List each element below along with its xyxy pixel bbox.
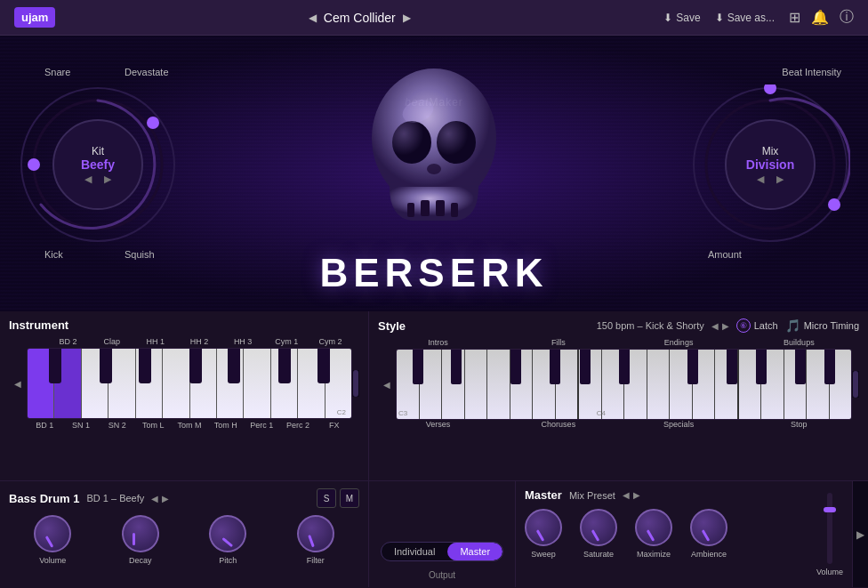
sk18[interactable]: [784, 350, 808, 419]
pitch-knob[interactable]: [204, 510, 252, 558]
instrument-panel: Instrument ◀ BD 2 Clap HH 1 HH 2 HH 3 Cy…: [0, 311, 369, 480]
ambience-knob[interactable]: [690, 509, 727, 546]
label-toml: Tom L: [135, 421, 172, 430]
kit-knob[interactable]: Kit Beefy ◀ ▶: [18, 85, 178, 245]
volume-slider-area: Volume: [816, 481, 843, 587]
white-key-11[interactable]: [298, 349, 325, 418]
mix-prev-button[interactable]: ◀: [757, 173, 764, 185]
volume-slider-track[interactable]: [827, 493, 832, 564]
instrument-keyboard[interactable]: C2: [27, 348, 352, 419]
sk7[interactable]: [533, 350, 556, 419]
bd-next-button[interactable]: ▶: [162, 494, 169, 503]
scrollbar-thumb: [353, 370, 358, 397]
style-keyboard[interactable]: C3 C4: [396, 349, 852, 420]
expand-icon[interactable]: ⊞: [789, 9, 800, 26]
micro-timing-icon: 🎵: [785, 318, 800, 333]
bd-prev-button[interactable]: ◀: [151, 494, 158, 503]
maximize-knob[interactable]: [635, 509, 672, 546]
volume-knob[interactable]: [34, 515, 71, 552]
instrument-top-labels: BD 2 Clap HH 1 HH 2 HH 3 Cym 1 Cym 2: [27, 337, 352, 346]
kit-next-button[interactable]: ▶: [104, 173, 111, 185]
pitch-knob-label: Pitch: [219, 556, 237, 565]
style-next-button[interactable]: ▶: [722, 321, 729, 331]
white-key-9[interactable]: [244, 349, 270, 418]
volume-knob-label: Volume: [39, 556, 66, 565]
individual-button[interactable]: Individual: [382, 543, 447, 560]
white-key-5[interactable]: [136, 349, 163, 418]
white-key-8[interactable]: [217, 349, 244, 418]
style-white-keys: [397, 350, 851, 419]
bass-drum-panel: Bass Drum 1 BD 1 – Beefy ◀ ▶ S M Volume: [0, 481, 369, 587]
preset-name: Cem Collider: [324, 11, 396, 25]
mix-next-button[interactable]: ▶: [776, 173, 784, 185]
volume-slider-thumb[interactable]: [824, 507, 836, 512]
piano-scroll-left[interactable]: ◀: [9, 379, 27, 389]
snare-label: Snare: [44, 67, 70, 77]
preset-prev-button[interactable]: ◀: [309, 12, 317, 24]
master-button[interactable]: Master: [447, 543, 502, 560]
label-sn2: SN 2: [99, 421, 135, 430]
style-scrollbar[interactable]: [852, 371, 859, 398]
decay-knob[interactable]: [115, 508, 165, 559]
sk4[interactable]: [465, 350, 488, 419]
bottom-controls: Bass Drum 1 BD 1 – Beefy ◀ ▶ S M Volume: [0, 480, 868, 587]
sk6[interactable]: [510, 350, 534, 419]
sk2[interactable]: [420, 350, 443, 419]
white-key-10[interactable]: [271, 349, 298, 418]
instrument-piano-container: ◀ BD 2 Clap HH 1 HH 2 HH 3 Cym 1 Cym 2: [9, 337, 359, 430]
sk19[interactable]: [807, 350, 830, 419]
latch-button[interactable]: ⑥ Latch: [736, 318, 778, 333]
bass-drum-nav: ◀ ▶: [151, 494, 169, 503]
sk12[interactable]: [647, 350, 671, 419]
knob-pitch: Pitch: [209, 515, 246, 565]
info-icon[interactable]: ⓘ: [840, 8, 854, 27]
collapse-panel[interactable]: ▶: [852, 481, 868, 587]
white-keys-row: [28, 349, 351, 418]
style-piano-container: ◀: [378, 349, 859, 420]
m-button[interactable]: M: [340, 488, 359, 508]
master-prev-button[interactable]: ◀: [623, 490, 630, 500]
top-bar-center: ◀ Cem Collider ▶: [309, 11, 411, 25]
latch-circle: ⑥: [736, 318, 751, 333]
kick-label: Kick: [44, 249, 63, 260]
sk15[interactable]: [715, 350, 739, 419]
white-key-7[interactable]: [190, 349, 217, 418]
sk13[interactable]: [670, 350, 693, 419]
sk17[interactable]: [761, 350, 784, 419]
skull-svg: [354, 62, 514, 258]
sweep-knob[interactable]: [525, 509, 562, 546]
save-button[interactable]: ⬇ Save: [663, 12, 700, 24]
bell-icon[interactable]: 🔔: [811, 9, 829, 26]
saturate-knob[interactable]: [580, 509, 617, 546]
bd-knobs-row: Volume Decay Pitch Filter: [9, 515, 359, 565]
style-scroll-left[interactable]: ◀: [378, 380, 396, 390]
instrument-scrollbar[interactable]: [352, 370, 359, 397]
sk14[interactable]: [693, 350, 716, 419]
label-perc2: Perc 2: [280, 421, 317, 430]
save-as-button[interactable]: ⬇ Save as...: [715, 12, 775, 24]
white-key-3[interactable]: [82, 349, 108, 418]
master-next-button[interactable]: ▶: [633, 490, 640, 500]
sk3[interactable]: [442, 350, 465, 419]
mix-knob[interactable]: Mix Division ◀ ▶: [690, 85, 850, 245]
kit-prev-button[interactable]: ◀: [84, 173, 92, 185]
s-button[interactable]: S: [317, 488, 336, 508]
section-verses: Verses: [378, 420, 498, 429]
label-fx: FX: [316, 421, 352, 430]
collapse-arrow-icon: ▶: [856, 528, 864, 541]
sk5[interactable]: [487, 350, 510, 419]
sk20[interactable]: [830, 350, 852, 419]
style-prev-button[interactable]: ◀: [711, 321, 719, 331]
sk8[interactable]: [556, 350, 580, 419]
sk16[interactable]: [739, 350, 762, 419]
sk11[interactable]: [624, 350, 647, 419]
micro-timing-button[interactable]: 🎵 Micro Timing: [785, 318, 859, 333]
white-key-2[interactable]: [54, 349, 81, 418]
white-key-6[interactable]: [163, 349, 189, 418]
white-key-4[interactable]: [108, 349, 135, 418]
filter-knob[interactable]: [293, 512, 337, 556]
ujam-logo: ujam: [14, 7, 55, 28]
preset-next-button[interactable]: ▶: [403, 12, 411, 24]
white-key-1[interactable]: [28, 349, 54, 418]
kit-label: Kit: [81, 145, 115, 157]
